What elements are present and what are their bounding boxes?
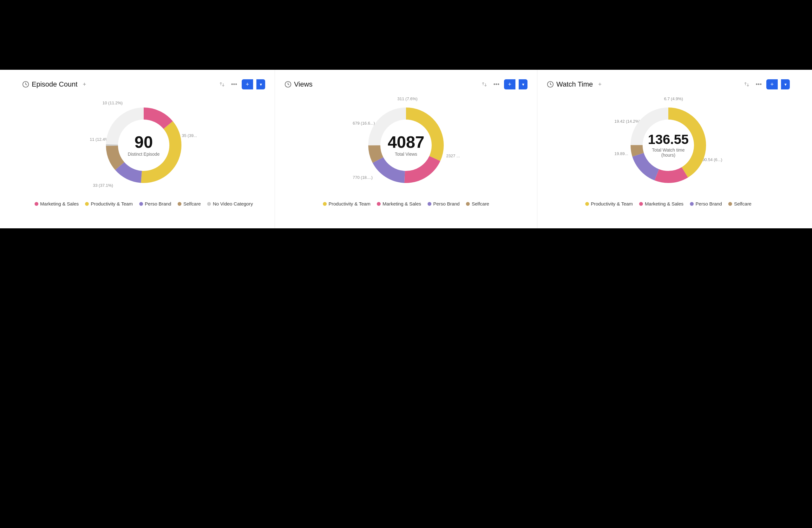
episode-count-center-label: Distinct Episode [128,151,160,157]
views-chevron-btn[interactable]: ▾ [519,79,527,89]
views-dot-selfcare [466,202,470,206]
watch-time-header: Watch Time + ••• + ▾ [547,79,790,89]
episode-count-sort-btn[interactable] [218,80,227,89]
views-legend-perso: Perso Brand [427,201,460,206]
watch-time-legend-selfcare: Selfcare [728,201,751,206]
episode-count-center: 90 Distinct Episode [128,134,160,157]
views-donut-wrapper: 311 (7.6%) 679 (16.6...) 770 (18....) 23… [352,94,460,196]
watch-time-label-perso: Perso Brand [696,201,722,206]
top-black-bar [0,0,812,70]
legend-dot-marketing [34,202,38,206]
views-number: 4087 [388,134,424,150]
views-panel: Views ••• + ▾ 311 (7.6%) 679 (16.6...) 7… [275,70,537,228]
views-controls: ••• + ▾ [480,79,527,89]
episode-count-title: Episode Count [32,80,77,88]
clock-icon [22,81,29,88]
watch-time-add-icon[interactable]: + [595,80,604,89]
watch-time-title: Watch Time [556,80,593,88]
legend-item-novideo: No Video Category [207,201,253,206]
watch-time-panel: Watch Time + ••• + ▾ 6.7 (4.9%) 19.42 (1… [537,70,799,228]
episode-count-header: Episode Count + ••• + ▾ [22,79,265,89]
episode-count-chart-area: 35 (39... 33 (37.1%) 11 (12.4%) 10 (11.2… [22,94,265,222]
episode-count-legend: Marketing & Sales Productivity & Team Pe… [34,201,253,206]
watch-time-label-productivity: Productivity & Team [591,201,633,206]
watch-time-legend: Productivity & Team Marketing & Sales Pe… [585,201,751,206]
watch-time-legend-perso: Perso Brand [690,201,722,206]
legend-item-selfcare: Selfcare [178,201,201,206]
watch-time-number: 136.55 [646,133,691,146]
views-sort-btn[interactable] [480,80,489,89]
watch-time-chart-area: 6.7 (4.9%) 19.42 (14.2%) 19.89... 90.54 … [547,94,790,222]
views-header: Views ••• + ▾ [285,79,527,89]
views-more-btn[interactable]: ••• [492,80,501,89]
legend-dot-selfcare [178,202,182,206]
watch-time-chevron-btn[interactable]: ▾ [781,79,790,89]
episode-count-plus-btn[interactable]: + [242,79,253,89]
watch-time-dot-marketing [639,202,643,206]
legend-label-selfcare: Selfcare [183,201,201,206]
episode-count-more-btn[interactable]: ••• [230,80,238,89]
watch-time-dot-perso [690,202,694,206]
episode-count-donut: 90 Distinct Episode [99,101,188,190]
views-clock-icon [285,81,291,88]
episode-count-controls: ••• + ▾ [218,79,265,89]
views-label-selfcare: Selfcare [472,201,489,206]
views-legend: Productivity & Team Marketing & Sales Pe… [323,201,489,206]
views-label-perso: Perso Brand [433,201,460,206]
legend-label-perso: Perso Brand [145,201,171,206]
views-label-productivity: Productivity & Team [329,201,371,206]
views-center: 4087 Total Views [388,134,424,157]
views-title: Views [294,80,313,88]
episode-count-chevron-btn[interactable]: ▾ [256,79,265,89]
watch-time-legend-marketing: Marketing & Sales [639,201,683,206]
views-title-group: Views [285,80,313,88]
episode-count-add-icon[interactable]: + [80,80,89,89]
legend-dot-productivity [85,202,89,206]
bottom-black-bar [0,228,812,528]
legend-label-productivity: Productivity & Team [91,201,133,206]
watch-time-center-label: Total Watch time (hours) [646,147,691,158]
legend-label-novideo: No Video Category [213,201,253,206]
main-dashboard: Episode Count + ••• + ▾ 35 (39... 33 (37… [0,70,812,228]
watch-time-controls: ••• + ▾ [742,79,790,89]
watch-time-legend-productivity: Productivity & Team [585,201,633,206]
watch-time-clock-icon [547,81,554,88]
views-label-marketing: Marketing & Sales [382,201,421,206]
views-legend-selfcare: Selfcare [466,201,489,206]
views-donut: 4087 Total Views [362,101,450,190]
legend-item-perso: Perso Brand [139,201,171,206]
watch-time-donut-wrapper: 6.7 (4.9%) 19.42 (14.2%) 19.89... 90.54 … [614,94,722,196]
watch-time-label-selfcare: Selfcare [734,201,751,206]
watch-time-more-btn[interactable]: ••• [754,80,763,89]
views-chart-area: 311 (7.6%) 679 (16.6...) 770 (18....) 23… [285,94,527,222]
watch-time-label-marketing: Marketing & Sales [645,201,683,206]
legend-label-marketing: Marketing & Sales [40,201,79,206]
watch-time-dot-selfcare [728,202,732,206]
views-center-label: Total Views [388,151,424,157]
watch-time-center: 136.55 Total Watch time (hours) [646,133,691,158]
views-dot-perso [427,202,431,206]
episode-count-donut-wrapper: 35 (39... 33 (37.1%) 11 (12.4%) 10 (11.2… [90,94,198,196]
episode-count-panel: Episode Count + ••• + ▾ 35 (39... 33 (37… [13,70,275,228]
watch-time-plus-btn[interactable]: + [766,79,778,89]
episode-count-title-group: Episode Count + [22,80,89,89]
views-plus-btn[interactable]: + [504,79,516,89]
views-dot-productivity [323,202,327,206]
legend-item-productivity: Productivity & Team [85,201,133,206]
watch-time-title-group: Watch Time + [547,80,604,89]
legend-dot-perso [139,202,143,206]
views-legend-marketing: Marketing & Sales [377,201,421,206]
watch-time-sort-btn[interactable] [742,80,751,89]
watch-time-dot-productivity [585,202,589,206]
episode-count-number: 90 [128,134,160,150]
legend-dot-novideo [207,202,211,206]
views-legend-productivity: Productivity & Team [323,201,371,206]
watch-time-donut: 136.55 Total Watch time (hours) [624,101,713,190]
legend-item-marketing: Marketing & Sales [34,201,79,206]
views-dot-marketing [377,202,381,206]
